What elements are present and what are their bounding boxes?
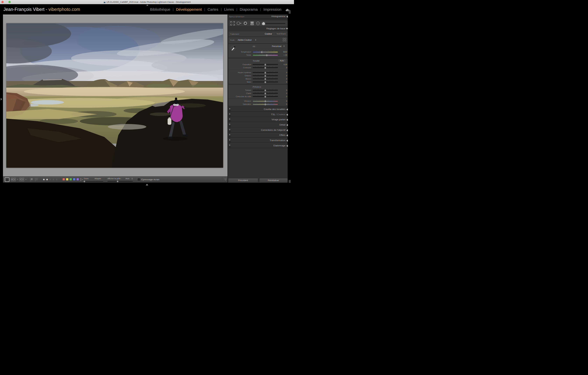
treatment-bw-option[interactable]: Noir/blanc (277, 33, 286, 35)
expand-panel-icon[interactable] (286, 129, 288, 131)
module-impression[interactable]: Impression (263, 7, 281, 11)
stars-empty[interactable]: ★★★ (49, 178, 58, 181)
grid-auto-arrows-icon[interactable] (131, 178, 133, 180)
reset-button[interactable]: Réinitialiser (259, 178, 288, 183)
vibrance-slider[interactable] (253, 101, 278, 102)
tint-slider[interactable] (253, 55, 278, 56)
color-label-green[interactable] (70, 178, 72, 181)
expand-panel-icon[interactable] (286, 145, 288, 147)
exposure-thumb[interactable] (264, 63, 266, 66)
tint-value[interactable]: + 20 (278, 54, 287, 56)
fit-label[interactable]: Adapter (94, 178, 101, 180)
profile-browser-icon[interactable] (283, 38, 286, 41)
exposure-value[interactable]: 0,00 (278, 63, 287, 66)
shadows-value[interactable]: 0 (278, 75, 287, 77)
vibrance-value[interactable]: 0 (278, 100, 287, 102)
highlights-value[interactable]: 0 (278, 71, 287, 74)
saturation-slider[interactable] (253, 104, 278, 105)
previous-button[interactable]: Précédent (228, 178, 258, 183)
panel-toggle-switch[interactable] (229, 129, 231, 132)
section-transform[interactable]: Transformation (228, 139, 288, 142)
contrast-slider[interactable] (253, 67, 278, 68)
identity-site-link[interactable]: vibertphoto.com (49, 7, 80, 12)
spot-removal-icon[interactable] (237, 22, 241, 25)
expand-panel-icon[interactable] (286, 134, 288, 136)
clarity-value[interactable]: 0 (278, 92, 287, 94)
temperature-slider[interactable] (253, 51, 278, 52)
expand-panel-icon[interactable] (286, 124, 288, 126)
play-slideshow-icon[interactable]: ▷ (80, 177, 83, 181)
star-rating[interactable]: ★★★★★ (42, 178, 58, 181)
module-developpement[interactable]: Développement (176, 7, 202, 11)
panel-toggle-switch[interactable] (229, 118, 231, 122)
contrast-value[interactable]: 0 (278, 67, 287, 69)
identity-plate[interactable]: Jean-François Vibert - vibertphoto.com (3, 7, 80, 12)
section-calibration[interactable]: Etalonnage (228, 144, 288, 147)
expanded-panel-icon[interactable] (286, 28, 288, 30)
expand-panel-icon[interactable] (286, 119, 288, 121)
module-bibliotheque[interactable]: Bibliothèque (150, 7, 170, 11)
panel-toggle-switch[interactable] (229, 139, 231, 142)
grid-size-slider[interactable] (107, 181, 133, 182)
panel-toggle-switch[interactable] (229, 123, 231, 127)
panel-toggle-switch[interactable] (229, 134, 231, 137)
before-after-view-button[interactable]: RA (11, 178, 16, 181)
module-diaporama[interactable]: Diaporama (240, 7, 258, 11)
grid-auto-value[interactable]: Auto (126, 178, 129, 180)
blacks-slider[interactable] (253, 81, 278, 82)
pick-flag-icon[interactable] (31, 178, 33, 181)
red-eye-icon[interactable] (244, 22, 247, 25)
reject-flag-icon[interactable]: x (35, 178, 37, 181)
adjustment-brush-icon[interactable] (261, 22, 285, 26)
dehaze-slider[interactable] (253, 96, 278, 97)
color-label-yellow[interactable] (66, 178, 68, 181)
photo-landmannalaugar[interactable] (6, 23, 223, 168)
tone-auto-button[interactable]: Auto (278, 59, 286, 62)
shadows-slider[interactable] (253, 75, 278, 76)
graduated-filter-icon[interactable] (250, 22, 254, 25)
clarity-slider[interactable] (253, 93, 278, 94)
whites-value[interactable]: 0 (278, 78, 287, 80)
section-split-toning[interactable]: Virage partiel (228, 118, 288, 122)
radial-filter-icon[interactable] (257, 22, 260, 25)
basic-panel-header[interactable]: Réglages de base (228, 27, 288, 30)
section-effects[interactable]: Effets (228, 134, 288, 137)
profile-value[interactable]: Adobe Couleur (238, 39, 252, 41)
module-livres[interactable]: Livres (224, 7, 234, 11)
zoom-label[interactable]: Zoom (84, 178, 89, 180)
blacks-value[interactable]: 0 (278, 81, 287, 83)
crop-overlay-icon[interactable] (231, 21, 234, 25)
exposure-slider[interactable] (253, 64, 278, 65)
soft-proof-checkbox[interactable] (138, 178, 140, 181)
color-label-red[interactable] (63, 178, 65, 181)
section-detail[interactable]: Détail (228, 123, 288, 127)
stars-filled[interactable]: ★★ (42, 178, 49, 181)
before-after-dropdown-icon[interactable] (17, 179, 18, 180)
saturation-value[interactable]: 0 (278, 103, 287, 105)
module-cartes[interactable]: Cartes (208, 7, 218, 11)
show-filmstrip-icon[interactable] (146, 184, 148, 185)
expand-panel-icon[interactable] (286, 108, 288, 111)
grid-size-thumb[interactable] (117, 180, 118, 182)
texture-slider[interactable] (253, 90, 278, 91)
panel-toggle-switch[interactable] (229, 113, 231, 116)
highlights-slider[interactable] (253, 72, 278, 73)
toolbar-options-icon[interactable]: ▽ (224, 178, 226, 181)
show-left-panel-icon[interactable] (1, 98, 2, 100)
panel-toggle-switch[interactable] (229, 144, 231, 148)
wb-select-arrows-icon[interactable] (283, 45, 285, 47)
collapse-top-panel-icon[interactable] (146, 5, 148, 6)
expand-panel-icon[interactable] (286, 114, 288, 116)
section-lens-corrections[interactable]: Corrections de l'objectif (228, 129, 288, 132)
collapse-histogram-icon[interactable] (286, 16, 288, 18)
expand-panel-icon[interactable] (286, 140, 288, 142)
compare-view-button[interactable]: YY (20, 178, 24, 181)
panel-toggle-switch[interactable] (229, 108, 231, 111)
zoom-slider[interactable] (84, 181, 103, 182)
dehaze-value[interactable]: 0 (278, 95, 287, 98)
panel-scrollbar-grip-top[interactable] (289, 10, 291, 14)
profile-select-arrows-icon[interactable] (255, 39, 256, 41)
treatment-color-option[interactable]: Couleur (265, 33, 272, 35)
whites-slider[interactable] (253, 78, 278, 79)
section-tone-curve[interactable]: Courbe des tonalités (228, 108, 288, 111)
